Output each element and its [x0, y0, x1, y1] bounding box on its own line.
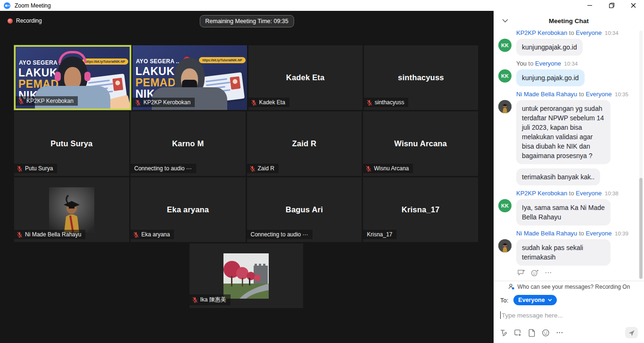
- message-bubble[interactable]: kunjung.pajak.go.id: [516, 69, 585, 86]
- meeting-chat-panel: Meeting Chat KP2KP Kerobokan to Everyone…: [494, 11, 644, 343]
- message-bubble[interactable]: terimakasih banyak kak..: [516, 168, 600, 185]
- message-bubble[interactable]: Iya, sama sama Ka Ni Made Bella Rahayu: [516, 199, 611, 226]
- send-to-row: To: Everyone: [494, 292, 644, 308]
- quote-reply-icon[interactable]: [517, 269, 526, 276]
- participant-name-label: Krisna_17: [363, 230, 396, 239]
- restore-button[interactable]: [601, 0, 622, 11]
- file-icon[interactable]: [528, 329, 536, 337]
- chat-message: KP2KP Kerobokan to Everyone 10:34 KK kun…: [498, 31, 634, 56]
- participant-name-label: KP2KP Kerobokan: [132, 98, 195, 107]
- chat-scrollbar[interactable]: [639, 31, 643, 279]
- video-grid: AYO SEGERA ... LAKUKAN PEMADANAN NIK-NPW…: [14, 45, 478, 310]
- chat-toolbar: [494, 322, 644, 343]
- close-button[interactable]: [622, 0, 644, 11]
- participant-name-label: Zaid R: [247, 164, 279, 173]
- chat-messages-list[interactable]: KP2KP Kerobokan to Everyone 10:34 KK kun…: [494, 31, 644, 281]
- person-privacy-icon: [508, 283, 515, 290]
- video-tile-wisnu-arcana[interactable]: Wisnu Arcana Wisnu Arcana: [363, 111, 478, 176]
- video-tile-sinthacyuss[interactable]: sinthacyuss sinthacyuss: [364, 45, 478, 110]
- mic-muted-icon: [135, 100, 141, 106]
- profile-photo: [49, 187, 94, 233]
- message-bubble[interactable]: untuk perorangan yg sudah terdaftar NPWP…: [516, 100, 611, 164]
- chat-message: You to Everyone 10:34 KK kunjung.pajak.g…: [498, 60, 634, 86]
- video-tile-putu-surya[interactable]: Putu Surya Putu Surya: [14, 111, 129, 176]
- video-tile-kp2kp-2[interactable]: AYO SEGERA ... LAKUKAN PEMADANAN NIK-NPW…: [132, 45, 247, 110]
- message-actions: [517, 269, 634, 276]
- video-tile-kadek-eta[interactable]: Kadek Eta Kadek Eta: [248, 45, 363, 110]
- send-button[interactable]: [625, 327, 638, 338]
- message-recipient[interactable]: Everyone: [586, 230, 611, 237]
- video-tile-ika[interactable]: Ika 陳惠美: [190, 243, 303, 308]
- message-time: 10:35: [615, 92, 628, 97]
- video-tile-zaid-r[interactable]: Zaid R Zaid R: [247, 111, 362, 176]
- participant-name-label: Ni Made Bella Rahayu: [14, 230, 85, 239]
- message-input-row: [494, 308, 644, 322]
- mic-muted-icon: [17, 166, 23, 172]
- screenshot-icon[interactable]: [514, 329, 522, 337]
- participant-name: Krisna_17: [367, 231, 392, 238]
- format-text-icon[interactable]: [500, 329, 508, 337]
- mic-muted-icon: [251, 100, 257, 106]
- text-cursor: [500, 311, 501, 319]
- visibility-notice-text[interactable]: Who can see your messages? Recording On: [518, 284, 630, 290]
- participant-name: Ni Made Bella Rahayu: [25, 231, 81, 238]
- message-sender[interactable]: Ni Made Bella Rahayu: [516, 91, 577, 98]
- avatar: KK: [498, 69, 512, 83]
- message-sender: You: [516, 60, 527, 67]
- video-tile-karno-m[interactable]: Karno M Connecting to audio ···: [131, 111, 246, 176]
- video-tile-ni-made[interactable]: Ni Made Bella Rahayu: [14, 177, 129, 242]
- message-sender[interactable]: KP2KP Kerobokan: [516, 31, 567, 36]
- restore-icon: [609, 3, 614, 8]
- avatar: KK: [498, 199, 512, 212]
- emoji-icon[interactable]: [542, 329, 550, 337]
- more-actions-icon[interactable]: [545, 269, 552, 276]
- chevron-down-icon[interactable]: [502, 19, 508, 23]
- chat-title: Meeting Chat: [549, 17, 589, 25]
- video-tile-krisna-17[interactable]: Krisna_17 Krisna_17: [363, 177, 478, 242]
- recording-label: Recording: [16, 17, 42, 24]
- participant-name: KP2KP Kerobokan: [143, 99, 190, 106]
- video-tile-kp2kp-1[interactable]: AYO SEGERA ... LAKUKAN PEMADANAN NIK-NPW…: [14, 45, 131, 110]
- message-sender[interactable]: KP2KP Kerobokan: [516, 190, 567, 197]
- avatar-spacer: [498, 168, 512, 182]
- chat-header: Meeting Chat: [494, 11, 644, 31]
- message-bubble[interactable]: kunjungpajak.go.id: [516, 39, 583, 56]
- message-recipient[interactable]: Everyone: [586, 91, 611, 98]
- video-tile-eka-aryana[interactable]: Eka aryana Eka aryana: [131, 177, 246, 242]
- mic-muted-icon: [17, 232, 23, 238]
- chat-scrollbar-thumb[interactable]: [639, 178, 643, 279]
- title-bar: Zoom Meeting: [0, 0, 644, 11]
- message-header: KP2KP Kerobokan to Everyone 10:38: [516, 190, 634, 197]
- message-header: Ni Made Bella Rahayu to Everyone 10:35: [516, 91, 634, 98]
- close-icon: [631, 3, 636, 8]
- minimize-icon: [587, 5, 592, 6]
- chat-message: terimakasih banyak kak..: [498, 168, 634, 185]
- connecting-audio-label: Connecting to audio ···: [247, 230, 313, 239]
- participant-name: Kadek Eta: [259, 99, 285, 106]
- message-recipient[interactable]: Everyone: [535, 60, 561, 67]
- message-input[interactable]: [502, 312, 637, 319]
- message-header: KP2KP Kerobokan to Everyone 10:34: [516, 31, 634, 36]
- message-bubble[interactable]: sudah kak pas sekali terimakasih: [516, 239, 611, 266]
- remaining-time-badge: Remaining Meeting Time: 09:35: [199, 15, 294, 27]
- window-title: Zoom Meeting: [15, 2, 51, 9]
- message-time: 10:34: [605, 31, 619, 36]
- mic-muted-icon: [365, 166, 372, 172]
- message-recipient[interactable]: Everyone: [576, 31, 602, 36]
- add-reaction-icon[interactable]: [531, 269, 539, 276]
- participant-name-label: Wisnu Arcana: [363, 164, 413, 173]
- recipient-dropdown[interactable]: Everyone: [513, 295, 556, 305]
- participant-name-label: Eka aryana: [131, 230, 174, 239]
- message-recipient[interactable]: Everyone: [576, 190, 602, 197]
- message-sender[interactable]: Ni Made Bella Rahayu: [516, 230, 577, 237]
- mic-muted-icon: [18, 98, 24, 104]
- connecting-audio-text: Connecting to audio ···: [251, 231, 308, 238]
- minimize-button[interactable]: [579, 0, 601, 11]
- connecting-audio-label: Connecting to audio ···: [131, 164, 196, 173]
- chat-message: Ni Made Bella Rahayu to Everyone 10:39 s…: [498, 230, 634, 276]
- mic-muted-icon: [366, 100, 372, 106]
- participant-name: Eka aryana: [141, 231, 170, 238]
- chat-message: Ni Made Bella Rahayu to Everyone 10:35 u…: [498, 91, 634, 164]
- video-tile-bagus-ari[interactable]: Bagus Ari Connecting to audio ···: [247, 177, 362, 242]
- more-options-icon[interactable]: [556, 329, 563, 336]
